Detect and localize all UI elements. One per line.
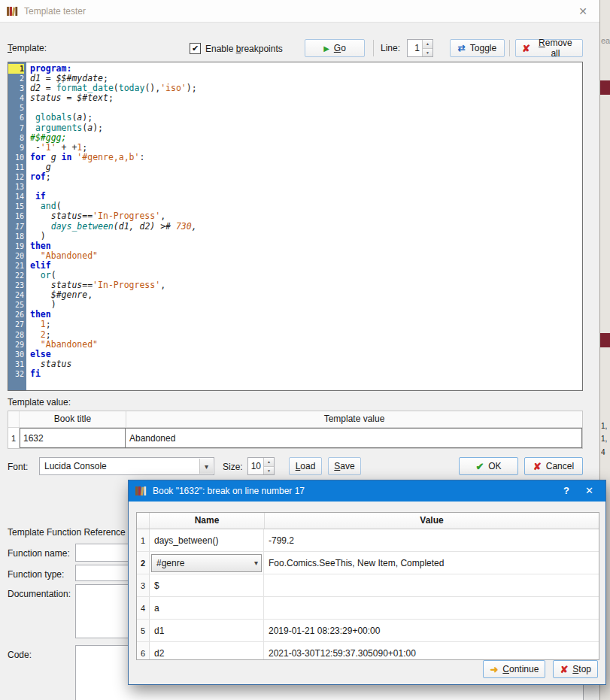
variable-row[interactable]: 6d22021-03-30T12:59:37.305090+01:00 bbox=[137, 642, 599, 660]
code-line[interactable] bbox=[30, 103, 582, 113]
line-number[interactable]: 31 bbox=[8, 359, 24, 369]
template-value-header[interactable]: Template value bbox=[126, 411, 582, 427]
help-icon[interactable]: ? bbox=[563, 485, 569, 496]
remove-all-button[interactable]: ✘ Remove all bbox=[515, 39, 583, 57]
line-number[interactable]: 9 bbox=[8, 143, 24, 153]
close-icon[interactable]: ✕ bbox=[578, 5, 587, 17]
spinner-arrows[interactable]: ▲ ▼ bbox=[422, 40, 432, 56]
line-number[interactable]: 12 bbox=[8, 172, 24, 182]
line-number[interactable]: 10 bbox=[8, 153, 24, 162]
line-number[interactable]: 4 bbox=[8, 93, 24, 103]
line-number[interactable]: 30 bbox=[8, 350, 24, 359]
template-value-row[interactable]: 11632Abandoned bbox=[8, 428, 582, 448]
variable-row[interactable]: 4a bbox=[137, 597, 599, 620]
save-button[interactable]: Save bbox=[328, 457, 361, 475]
line-number[interactable]: 1 bbox=[8, 64, 24, 74]
line-number[interactable]: 18 bbox=[8, 232, 24, 241]
enable-breakpoints-checkbox[interactable]: ✔ Enable breakpoints bbox=[190, 43, 283, 54]
code-line[interactable]: 1; bbox=[30, 320, 582, 329]
code-line[interactable]: status bbox=[30, 359, 582, 369]
code-line[interactable]: "Abandoned" bbox=[30, 251, 582, 261]
stop-button[interactable]: ✘ Stop bbox=[553, 660, 598, 678]
code-line[interactable]: g bbox=[30, 162, 582, 172]
line-number[interactable]: 15 bbox=[8, 202, 24, 211]
code-line[interactable]: elif bbox=[30, 261, 582, 271]
ok-button[interactable]: ✔ OK bbox=[459, 457, 518, 475]
template-editor[interactable]: 1234567891011121314151617181920212223242… bbox=[8, 62, 583, 391]
code-line[interactable]: 2; bbox=[30, 330, 582, 340]
code-line[interactable]: for g in '#genre,a,b': bbox=[30, 153, 582, 162]
code-line[interactable] bbox=[30, 182, 582, 192]
code-line[interactable]: if bbox=[30, 192, 582, 202]
variable-row[interactable]: 1days_between()-799.2 bbox=[137, 529, 599, 552]
line-number[interactable]: 14 bbox=[8, 192, 24, 202]
name-header[interactable]: Name bbox=[150, 513, 265, 529]
code-line[interactable]: fi bbox=[30, 369, 582, 379]
line-number[interactable]: 29 bbox=[8, 340, 24, 350]
line-number[interactable]: 20 bbox=[8, 251, 24, 261]
go-button[interactable]: ▶ Go bbox=[305, 39, 365, 57]
size-spinner[interactable]: 10 ▲ ▼ bbox=[247, 457, 275, 475]
titlebar[interactable]: Template tester ✕ bbox=[0, 0, 599, 23]
break-dialog-titlebar[interactable]: Book "1632": break on line number 17 ? ✕ bbox=[129, 480, 605, 502]
book-title-header[interactable]: Book title bbox=[20, 411, 126, 427]
editor-code-area[interactable]: program:d1 = $$#mydate;d2 = format_date(… bbox=[26, 62, 582, 390]
editor-gutter[interactable]: 1234567891011121314151617181920212223242… bbox=[8, 62, 26, 390]
template-function-reference-label[interactable]: Template Function Reference bbox=[8, 527, 126, 538]
line-number[interactable]: 21 bbox=[8, 261, 24, 271]
code-line[interactable]: days_between(d1, d2) ># 730, bbox=[30, 222, 582, 232]
code-line[interactable]: then bbox=[30, 241, 582, 251]
line-number[interactable]: 13 bbox=[8, 182, 24, 192]
code-line[interactable]: program: bbox=[30, 64, 582, 74]
code-line[interactable]: ) bbox=[30, 232, 582, 241]
code-line[interactable]: status = $#text; bbox=[30, 93, 582, 103]
code-line[interactable]: else bbox=[30, 350, 582, 359]
variable-row[interactable]: 3$ bbox=[137, 574, 599, 597]
code-line[interactable]: rof; bbox=[30, 172, 582, 182]
spin-up-icon[interactable]: ▲ bbox=[264, 458, 274, 466]
line-number[interactable]: 23 bbox=[8, 280, 24, 290]
toggle-button[interactable]: ⇄ Toggle bbox=[450, 39, 505, 57]
break-close-icon[interactable]: ✕ bbox=[585, 485, 593, 496]
code-line[interactable]: globals(a); bbox=[30, 113, 582, 123]
line-number[interactable]: 11 bbox=[8, 162, 24, 172]
font-combobox[interactable]: Lucida Console ▾ bbox=[39, 457, 214, 475]
line-number[interactable]: 22 bbox=[8, 271, 24, 280]
genre-combobox[interactable]: #genre▾ bbox=[151, 554, 262, 572]
line-number[interactable]: 17 bbox=[8, 222, 24, 232]
chevron-down-icon[interactable]: ▾ bbox=[199, 459, 213, 474]
line-number[interactable]: 32 bbox=[8, 369, 24, 379]
line-number[interactable]: 5 bbox=[8, 103, 24, 113]
spin-down-icon[interactable]: ▼ bbox=[264, 466, 274, 475]
code-line[interactable]: status=='In-Progress', bbox=[30, 280, 582, 290]
code-line[interactable]: $#genre, bbox=[30, 290, 582, 300]
code-line[interactable]: ) bbox=[30, 300, 582, 310]
line-number[interactable]: 19 bbox=[8, 241, 24, 251]
spin-up-icon[interactable]: ▲ bbox=[423, 40, 432, 48]
code-line[interactable]: arguments(a); bbox=[30, 123, 582, 133]
spinner-arrows[interactable]: ▲ ▼ bbox=[263, 458, 274, 474]
line-number[interactable]: 25 bbox=[8, 300, 24, 310]
variable-row[interactable]: 2#genre▾Foo.Comics.SeeThis, New Item, Co… bbox=[137, 552, 599, 574]
line-number[interactable]: 7 bbox=[8, 123, 24, 133]
code-line[interactable]: "Abandoned" bbox=[30, 340, 582, 350]
spin-down-icon[interactable]: ▼ bbox=[423, 48, 432, 57]
line-number[interactable]: 3 bbox=[8, 83, 24, 93]
line-number[interactable]: 6 bbox=[8, 113, 24, 123]
variable-row[interactable]: 5d12019-01-21 08:23:29+00:00 bbox=[137, 620, 599, 642]
line-number[interactable]: 24 bbox=[8, 290, 24, 300]
line-number[interactable]: 27 bbox=[8, 320, 24, 329]
continue-button[interactable]: ➜ Continue bbox=[483, 660, 545, 678]
line-number[interactable]: 28 bbox=[8, 330, 24, 340]
value-header[interactable]: Value bbox=[265, 513, 599, 529]
template-value-header-row: Book title Template value bbox=[8, 411, 582, 428]
line-spinner[interactable]: 1 ▲ ▼ bbox=[407, 39, 433, 57]
load-button[interactable]: Load bbox=[289, 457, 322, 475]
code-line[interactable]: then bbox=[30, 310, 582, 320]
line-number[interactable]: 26 bbox=[8, 310, 24, 320]
line-number[interactable]: 8 bbox=[8, 133, 24, 143]
code-line[interactable]: #$#ggg; bbox=[30, 133, 582, 143]
line-number[interactable]: 16 bbox=[8, 211, 24, 221]
cancel-button[interactable]: ✘ Cancel bbox=[524, 457, 583, 475]
line-number[interactable]: 2 bbox=[8, 74, 24, 83]
